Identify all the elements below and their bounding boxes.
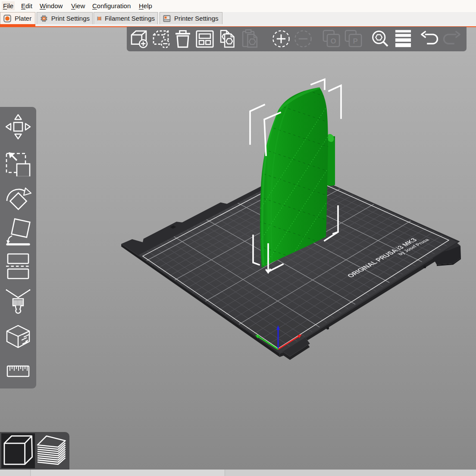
svg-text:P: P: [353, 37, 357, 45]
svg-text:O: O: [330, 37, 336, 45]
